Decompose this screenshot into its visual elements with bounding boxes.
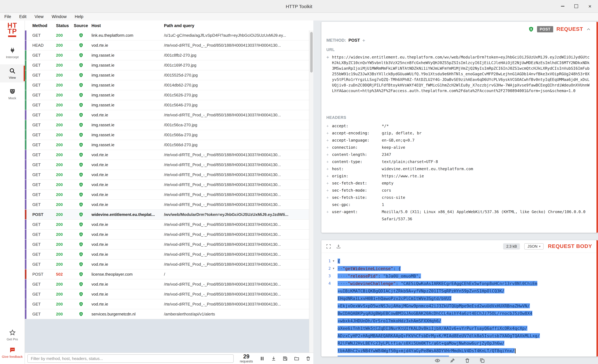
download-body-icon[interactable] <box>336 244 341 249</box>
table-row[interactable]: GET200img.rasset.ie/0014db62-270.jpg <box>25 80 309 90</box>
pin-icon[interactable] <box>449 358 455 363</box>
menu-item-file[interactable]: File <box>4 14 11 19</box>
column-header-source[interactable]: Source <box>73 23 89 28</box>
column-header-host[interactable]: Host <box>89 23 164 28</box>
table-row[interactable]: GET200vod.rte.ie/rte/vod-d/RTE_Prod_-_Pr… <box>25 180 309 190</box>
table-row[interactable]: GET200img.rasset.ie/001c566d-270.jpg <box>25 140 309 150</box>
table-row[interactable]: GET200img.rasset.ie/001c566a-270.jpg <box>25 130 309 140</box>
add-header-icon[interactable]: + <box>326 122 332 129</box>
source-shield-icon <box>73 262 89 267</box>
delete-icon[interactable] <box>464 358 470 363</box>
table-row[interactable]: POST502license.theoplayer.com/ <box>25 269 309 279</box>
collapse-chevron-icon[interactable] <box>586 27 591 32</box>
table-row[interactable]: GET200img.rasset.ie/001c169f-270.jpg <box>25 60 309 70</box>
add-header-icon[interactable]: + <box>326 194 332 201</box>
column-header-status[interactable]: Status <box>56 23 73 28</box>
table-row[interactable]: GET200vod.rte.ie/rte/vod-d/RTE_Prod_-_Pr… <box>25 110 309 120</box>
menu-item-view[interactable]: View <box>34 14 43 19</box>
request-path: /s/1uC-gC/media/agJfLvSpD4FI?auth=eyJhbG… <box>164 33 309 38</box>
table-row[interactable]: GET200img.rasset.ie/001c56ca-270.jpg <box>25 120 309 130</box>
body-code[interactable]: 1▾{2▾··"getWidevineLicense": {3····"rele… <box>321 253 597 356</box>
header-row: +accept-encoding:gzip, deflate, br <box>326 129 591 137</box>
table-row[interactable]: GET200vod.rte.ie/rte/vod-d/RTE_Prod_-_Pr… <box>25 289 309 299</box>
add-header-icon[interactable]: + <box>326 158 332 165</box>
request-host: vod.rte.ie <box>89 302 164 306</box>
table-row[interactable]: GET200vod.rte.ie/rte/vod-d/RTE_Prod_-_Pr… <box>25 200 309 210</box>
add-url-icon[interactable]: + <box>326 55 329 59</box>
table-row[interactable]: GET200vod.rte.ie/rte/vod-d/RTE_Prod_-_Pr… <box>25 190 309 200</box>
request-body-header: 2.3 kB JSON ▾ REQUEST BODY <box>321 240 597 253</box>
sidebar-item-mock[interactable]: Mock <box>0 85 25 103</box>
column-header-path[interactable]: Path and query <box>164 23 313 28</box>
menu-item-window[interactable]: Window <box>52 14 66 19</box>
table-row[interactable]: HEAD200vod.rte.ie/rte/vod-d/RTE_Prod_-_P… <box>25 41 309 50</box>
request-url[interactable]: https://widevine.entitlement.eu.theplatf… <box>332 54 591 94</box>
edit-method-icon[interactable]: + <box>363 38 365 43</box>
sidebar-item-intercept[interactable]: Intercept <box>0 44 25 62</box>
menu-item-help[interactable]: Help <box>75 14 83 19</box>
table-row[interactable]: GET200img.rasset.ie/001c5646-270.jpg <box>25 100 309 110</box>
add-header-icon[interactable]: + <box>326 137 332 144</box>
table-row[interactable]: GET200vod.rte.ie/rte/vod-d/RTE_Prod_-_Pr… <box>25 150 309 160</box>
status-code: 200 <box>56 162 73 167</box>
request-path: /001c5646-270.jpg <box>164 103 309 107</box>
add-header-icon[interactable]: + <box>326 129 332 137</box>
table-row[interactable]: GET200vod.rte.ie/rte/vod-d/RTE_Prod_-_Pr… <box>25 160 309 170</box>
code-text: EHqdNRa1LxvH0B1+hQawoPzv2cPlCm1tWVe3Sgtd… <box>337 295 595 302</box>
table-row[interactable]: GET200vod.rte.ie/rte/vod-d/RTE_Prod_-_Pr… <box>25 249 309 259</box>
expand-icon[interactable] <box>326 244 331 249</box>
table-row[interactable]: GET200vod.rte.ie/rte/vod-d/RTE_Prod_-_Pr… <box>25 170 309 180</box>
line-number <box>324 324 331 332</box>
fold-chevron-icon[interactable]: ▾ <box>331 265 336 272</box>
code-line: 1▾{ <box>324 257 595 265</box>
source-shield-icon <box>73 123 89 127</box>
add-header-icon[interactable]: + <box>326 208 332 223</box>
scrollbar-thumb[interactable] <box>310 32 313 73</box>
table-row[interactable]: POST200widevine.entitlement.eu.theplat..… <box>25 210 309 220</box>
table-row[interactable]: GET200img.rasset.ie/0015525d-270.jpg <box>25 70 309 80</box>
folder-icon[interactable] <box>294 356 299 361</box>
add-header-icon[interactable]: + <box>326 151 332 158</box>
table-row[interactable]: GET200img.rasset.ie/001c8fb2-270.jpg <box>25 50 309 60</box>
add-header-icon[interactable]: + <box>326 165 332 172</box>
close-button[interactable]: × <box>587 4 592 9</box>
fold-chevron-icon[interactable]: ▾ <box>331 257 336 265</box>
menu-item-edit[interactable]: Edit <box>19 14 27 19</box>
filter-input[interactable] <box>27 354 233 363</box>
add-header-icon[interactable]: + <box>326 144 332 151</box>
source-shield-icon <box>73 172 89 177</box>
table-row[interactable]: GET200link.eu.theplatform.com/s/1uC-gC/m… <box>25 31 309 41</box>
request-method: GET <box>26 282 56 287</box>
table-row[interactable]: GET200vod.rte.ie/rte/vod-d/RTE_Prod_-_Pr… <box>25 220 309 230</box>
pull-down-icon[interactable] <box>271 356 276 361</box>
minimize-button[interactable] <box>560 4 565 9</box>
fold-chevron-icon <box>331 332 336 339</box>
header-row: +user-agent:Mozilla/5.0 (X11; Linux x86_… <box>326 208 591 223</box>
table-row[interactable]: GET200img.rasset.ie/001c5626-270.jpg <box>25 90 309 100</box>
content-type-bar <box>25 130 26 140</box>
table-row[interactable]: GET200vod.rte.ie/rte/vod-d/RTE_Prod_-_Pr… <box>25 259 309 269</box>
table-row[interactable]: GET200vod.rte.ie/rte/vod-d/RTE_Prod_-_Pr… <box>25 230 309 240</box>
table-row[interactable]: GET200vod.rte.ie/rte/vod-d/RTE_Prod_-_Pr… <box>25 240 309 249</box>
code-token: "getWidevineLicense" <box>343 266 393 271</box>
clone-icon[interactable] <box>479 358 485 363</box>
table-row[interactable]: GET200services.burgernetcdn.nl/amberaler… <box>25 309 309 319</box>
title-bar: HTTP Toolkit × <box>0 0 598 13</box>
maximize-button[interactable] <box>574 4 579 9</box>
sidebar-item-view[interactable]: View <box>0 64 25 83</box>
add-header-icon[interactable]: + <box>326 172 332 180</box>
save-icon[interactable] <box>282 356 288 361</box>
pause-icon[interactable] <box>259 356 265 361</box>
table-scrollbar[interactable] <box>309 31 313 353</box>
trash-icon[interactable] <box>305 356 311 361</box>
column-header-method[interactable]: Method <box>26 23 56 28</box>
get-pro-button[interactable]: Get Pro <box>0 327 25 343</box>
eye-icon[interactable] <box>434 358 440 363</box>
table-row[interactable]: GET200vod.rte.ie/rte/vod-d/RTE_Prod_-_Pr… <box>25 299 309 309</box>
content-type-bar <box>25 259 26 269</box>
add-header-icon[interactable]: + <box>326 180 332 187</box>
table-row[interactable]: GET200vod.rte.ie/rte/vod-d/RTE_Prod_-_Pr… <box>25 279 309 289</box>
format-dropdown[interactable]: JSON ▾ <box>524 243 544 249</box>
give-feedback-button[interactable]: Give feedback <box>0 344 25 361</box>
add-header-icon[interactable]: + <box>326 187 332 194</box>
